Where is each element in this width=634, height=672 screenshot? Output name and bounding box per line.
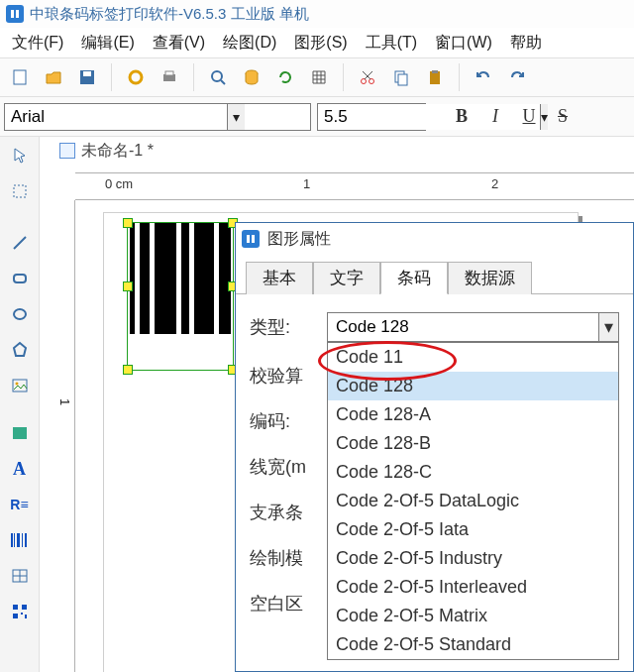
app-icon	[6, 5, 24, 23]
ruler-mark-0: 0 cm	[105, 176, 133, 191]
svg-rect-38	[252, 235, 255, 243]
underline-button[interactable]: U	[515, 104, 543, 130]
type-option[interactable]: Code 128	[328, 372, 618, 400]
cut-button[interactable]	[354, 63, 381, 91]
type-option[interactable]: Code 11	[328, 343, 618, 372]
svg-rect-0	[11, 10, 14, 18]
barcode-type-input[interactable]	[328, 317, 598, 337]
strike-button[interactable]: S	[549, 104, 577, 130]
svg-rect-16	[432, 70, 438, 73]
rounded-rect-tool[interactable]	[5, 264, 35, 293]
polygon-tool[interactable]	[5, 335, 35, 365]
document-icon	[59, 143, 75, 159]
pointer-tool[interactable]	[5, 141, 35, 170]
resize-handle[interactable]	[123, 218, 133, 228]
menu-draw[interactable]: 绘图(D)	[215, 31, 284, 56]
tab-datasource[interactable]: 数据源	[448, 262, 532, 294]
chevron-down-icon[interactable]: ▾	[598, 313, 618, 341]
menu-help[interactable]: 帮助	[502, 31, 550, 56]
type-option[interactable]: Code 2-Of-5 Interleaved	[328, 573, 618, 602]
shape-properties-dialog[interactable]: 图形属性 基本 文字 条码 数据源 类型: ▾ Code 11 Code 128…	[235, 222, 634, 672]
side-toolbar: A R≡	[0, 137, 40, 672]
font-family-dropdown-icon[interactable]: ▾	[227, 104, 245, 130]
print-button[interactable]	[156, 63, 183, 91]
barcode-tool[interactable]	[5, 525, 35, 555]
open-button[interactable]	[40, 63, 67, 91]
menu-shape[interactable]: 图形(S)	[286, 31, 355, 56]
horizontal-ruler: 0 cm 1 2	[75, 172, 634, 200]
font-family-combo[interactable]: ▾	[4, 103, 311, 131]
type-option[interactable]: Code 2-Of-5 Iata	[328, 515, 618, 544]
svg-rect-33	[22, 605, 27, 610]
menu-file[interactable]: 文件(F)	[4, 31, 71, 56]
paste-button[interactable]	[421, 63, 449, 91]
italic-button[interactable]: I	[481, 104, 509, 130]
ellipse-tool[interactable]	[5, 299, 35, 329]
tab-text[interactable]: 文字	[313, 262, 380, 294]
type-option[interactable]: Code 2-Of-5 DataLogic	[328, 487, 618, 515]
svg-rect-14	[398, 74, 407, 85]
drawmode-label: 绘制模	[250, 546, 327, 570]
svg-point-5	[130, 71, 142, 83]
resize-handle[interactable]	[123, 281, 133, 291]
copy-button[interactable]	[387, 63, 415, 91]
type-option[interactable]: Code 2-Of-5 Industry	[328, 544, 618, 573]
svg-point-8	[212, 71, 222, 81]
refresh-button[interactable]	[271, 63, 299, 91]
image2-tool[interactable]	[5, 418, 35, 448]
barcode-selection[interactable]	[127, 222, 234, 371]
table-tool[interactable]	[5, 561, 35, 591]
dialog-titlebar[interactable]: 图形属性	[236, 223, 633, 255]
tab-barcode[interactable]: 条码	[380, 262, 448, 294]
linewidth-label: 线宽(m	[250, 455, 327, 479]
line-tool[interactable]	[5, 228, 35, 258]
svg-rect-35	[21, 613, 23, 615]
menu-bar: 文件(F) 编辑(E) 查看(V) 绘图(D) 图形(S) 工具(T) 窗口(W…	[0, 28, 634, 57]
menu-view[interactable]: 查看(V)	[145, 31, 213, 56]
barcode-type-list[interactable]: Code 11 Code 128 Code 128-A Code 128-B C…	[327, 342, 619, 660]
richtext-tool[interactable]: R≡	[5, 490, 35, 519]
grid-button[interactable]	[305, 63, 333, 91]
zoom-button[interactable]	[204, 63, 232, 91]
document-tab[interactable]: 未命名-1 *	[59, 137, 634, 165]
svg-rect-19	[14, 275, 26, 282]
ruler-mark-2: 2	[491, 176, 498, 191]
svg-rect-32	[13, 605, 18, 610]
tab-basic[interactable]: 基本	[246, 262, 313, 294]
dialog-body: 类型: ▾ Code 11 Code 128 Code 128-A Code 1…	[236, 294, 633, 633]
redo-button[interactable]	[503, 63, 531, 91]
menu-tool[interactable]: 工具(T)	[358, 31, 425, 56]
title-bar: 中琅条码标签打印软件-V6.5.3 工业版 单机	[0, 0, 634, 28]
resize-handle[interactable]	[123, 365, 133, 375]
svg-rect-36	[25, 615, 27, 618]
type-option[interactable]: Code 128-A	[328, 400, 618, 429]
app-title: 中琅条码标签打印软件-V6.5.3 工业版 单机	[30, 5, 309, 24]
qrcode-tool[interactable]	[5, 597, 35, 626]
dialog-title: 图形属性	[267, 229, 331, 250]
database-button[interactable]	[238, 63, 265, 91]
menu-window[interactable]: 窗口(W)	[427, 31, 500, 56]
bold-button[interactable]: B	[448, 104, 476, 130]
svg-point-12	[370, 79, 374, 84]
barcode-type-combo[interactable]: ▾ Code 11 Code 128 Code 128-A Code 128-B…	[327, 312, 619, 342]
svg-rect-1	[16, 10, 19, 18]
font-size-combo[interactable]: ▾	[317, 103, 426, 131]
type-option[interactable]: Code 2-Of-5 Matrix	[328, 602, 618, 630]
rect-select-tool[interactable]	[5, 176, 35, 206]
save-button[interactable]	[73, 63, 101, 91]
new-button[interactable]	[6, 63, 34, 91]
document-tab-label: 未命名-1 *	[81, 141, 154, 162]
image-tool[interactable]	[5, 371, 35, 400]
dialog-tabs: 基本 文字 条码 数据源	[236, 255, 633, 294]
font-family-input[interactable]	[5, 104, 227, 130]
undo-button[interactable]	[470, 63, 497, 91]
text-tool[interactable]: A	[5, 454, 35, 484]
settings-button[interactable]	[122, 63, 150, 91]
svg-line-9	[221, 80, 225, 84]
type-option[interactable]: Code 128-C	[328, 458, 618, 487]
menu-edit[interactable]: 编辑(E)	[73, 31, 142, 56]
ruler-mark-1: 1	[303, 176, 310, 191]
svg-rect-23	[13, 427, 27, 439]
type-option[interactable]: Code 2-Of-5 Standard	[328, 630, 618, 659]
type-option[interactable]: Code 128-B	[328, 429, 618, 458]
